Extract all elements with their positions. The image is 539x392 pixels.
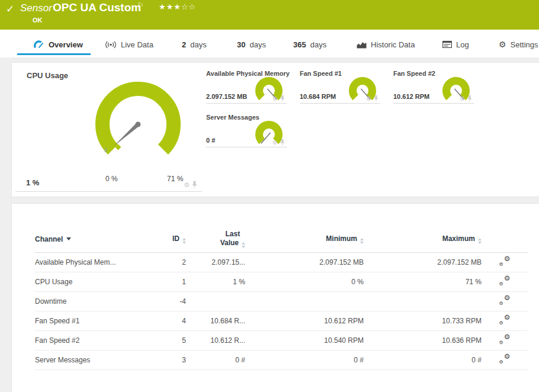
ok-check-icon: ✓ (6, 3, 14, 15)
sort-icon (242, 242, 245, 248)
status-badge: OK (33, 17, 43, 24)
sensor-kind-label: Sensor (20, 2, 52, 14)
log-icon (442, 41, 452, 48)
tab-settings[interactable]: ⚙ Settings (499, 37, 538, 52)
stars-filled[interactable]: ★★★ (159, 2, 181, 11)
sort-desc-icon (66, 237, 71, 240)
gear-icon[interactable]: ⚙ (366, 96, 371, 102)
gauge-card-available-memory: Available Physical Memory 2.097.152 MB ⚙ (206, 69, 287, 104)
table-row: Downtime -4 ⚙⚙ (35, 291, 528, 311)
area-chart-icon (357, 41, 367, 49)
channel-maximum: 10.636 RPM (364, 330, 482, 350)
sort-icon (360, 238, 364, 244)
column-label: Maximum (442, 234, 475, 243)
channel-last-value: 1 % (186, 272, 245, 291)
column-header-id[interactable]: ID (145, 226, 186, 252)
gauge-title: Fan Speed #1 (300, 70, 342, 77)
channel-name: Fan Speed #2 (35, 330, 145, 350)
pin-icon[interactable] (192, 181, 197, 188)
tab-number: 365 (293, 40, 306, 49)
channel-name: Downtime (35, 291, 145, 311)
prtg-sensor-page: ✓ Sensor OPC UA Custom ⚐ ★★★☆☆ OK Overvi… (0, 0, 539, 392)
gauge-value: 10.612 RPM (393, 93, 429, 100)
broadcast-icon (105, 41, 117, 49)
tab-label: days (310, 40, 326, 49)
pin-icon[interactable] (280, 139, 285, 146)
tab-label: days (190, 40, 206, 49)
gear-icon: ⚙ (499, 40, 506, 49)
tab-live-data[interactable]: Live Data (105, 37, 153, 52)
table-header-row: Channel ID Last Value Minimum Maximum (35, 226, 528, 252)
gauge-card-server-messages: Server Messages 0 # ⚙ (206, 113, 287, 147)
tab-historic-data[interactable]: Historic Data (357, 37, 415, 52)
channel-minimum: 2.097.152 MB (245, 252, 364, 272)
channel-last-value: 0 # (186, 350, 245, 369)
gauge-value: 1 % (26, 178, 39, 187)
tab-2-days[interactable]: 2 days (182, 37, 207, 52)
gear-icon[interactable]: ⚙ (272, 96, 278, 102)
gauges-panel: CPU Usage x̄ 0 % 71 % 1 % ⚙ Available Ph (11, 62, 539, 197)
column-header-minimum[interactable]: Minimum (245, 226, 364, 252)
tab-label: days (249, 40, 265, 49)
tab-log[interactable]: Log (442, 37, 469, 52)
column-header-actions (482, 226, 528, 252)
stars-empty[interactable]: ☆☆ (181, 2, 196, 11)
gear-icon[interactable]: ⚙ (272, 140, 278, 146)
sort-icon (182, 238, 186, 244)
cpu-gauge: x̄ (91, 75, 185, 169)
gear-icon[interactable]: ⚙ (460, 96, 465, 102)
channel-name: Fan Speed #1 (35, 311, 145, 330)
tab-overview[interactable]: Overview (34, 37, 83, 52)
tab-number: 30 (237, 40, 245, 49)
channel-id: 3 (145, 350, 186, 369)
gauge-title: CPU Usage (27, 71, 68, 80)
tab-number: 2 (182, 40, 186, 49)
channel-minimum (245, 291, 364, 311)
channel-settings-icon[interactable]: ⚙⚙ (499, 256, 511, 266)
column-header-channel[interactable]: Channel (35, 226, 145, 252)
channel-settings-icon[interactable]: ⚙⚙ (499, 354, 511, 364)
channel-last-value: 10.612 R... (186, 330, 245, 350)
gauge-min-label: 0 % (105, 175, 118, 183)
gauge-needle (114, 123, 139, 146)
pin-icon[interactable] (374, 95, 378, 102)
gear-icon[interactable]: ⚙ (184, 182, 190, 188)
tab-30-days[interactable]: 30 days (237, 37, 266, 52)
average-label: x̄ (104, 146, 108, 153)
channel-last-value (186, 291, 245, 311)
priority-stars[interactable]: ★★★☆☆ (159, 2, 196, 11)
column-label: Last (225, 230, 240, 238)
pin-icon[interactable] (467, 95, 472, 102)
gauge-value: 10.684 RPM (300, 93, 336, 100)
gauge-card-fan-speed-1: Fan Speed #1 10.684 RPM ⚙ (300, 69, 380, 104)
channel-id: 5 (145, 330, 186, 350)
tab-365-days[interactable]: 365 days (293, 37, 326, 52)
channel-maximum: 71 % (364, 272, 482, 291)
gauge-value: 2.097.152 MB (206, 93, 247, 100)
channel-settings-icon[interactable]: ⚙⚙ (499, 295, 511, 305)
channel-settings-icon[interactable]: ⚙⚙ (499, 335, 511, 344)
tab-label: Log (456, 40, 469, 49)
sensor-title: OPC UA Custom (53, 1, 141, 14)
table-row: Fan Speed #1 4 10.684 R... 10.612 RPM 10… (35, 311, 528, 330)
gauge-title: Fan Speed #2 (393, 70, 435, 77)
column-header-maximum[interactable]: Maximum (364, 226, 482, 252)
tab-label: Live Data (121, 40, 153, 49)
gauge-title: Server Messages (206, 114, 259, 121)
table-row: CPU Usage 1 1 % 0 % 71 % ⚙⚙ (35, 272, 528, 291)
gauge-value: 0 # (206, 137, 215, 144)
channel-maximum (364, 291, 482, 311)
channel-last-value: 10.684 R... (186, 311, 245, 330)
channel-minimum: 0 # (245, 350, 364, 369)
channel-settings-icon[interactable]: ⚙⚙ (499, 315, 511, 324)
channel-id: -4 (145, 291, 186, 311)
channel-maximum: 2.097.152 MB (364, 252, 482, 272)
column-header-last-value[interactable]: Last Value (186, 226, 245, 252)
channel-settings-icon[interactable]: ⚙⚙ (499, 276, 511, 285)
table-row: Available Physical Mem... 2 2.097.15... … (35, 252, 528, 272)
channel-id: 1 (145, 272, 186, 291)
column-label: Minimum (326, 234, 357, 243)
pin-icon[interactable] (280, 95, 285, 102)
gauge-card-cpu-usage: CPU Usage x̄ 0 % 71 % 1 % ⚙ (15, 68, 202, 192)
table-row: Fan Speed #2 5 10.612 R... 10.540 RPM 10… (35, 330, 528, 350)
